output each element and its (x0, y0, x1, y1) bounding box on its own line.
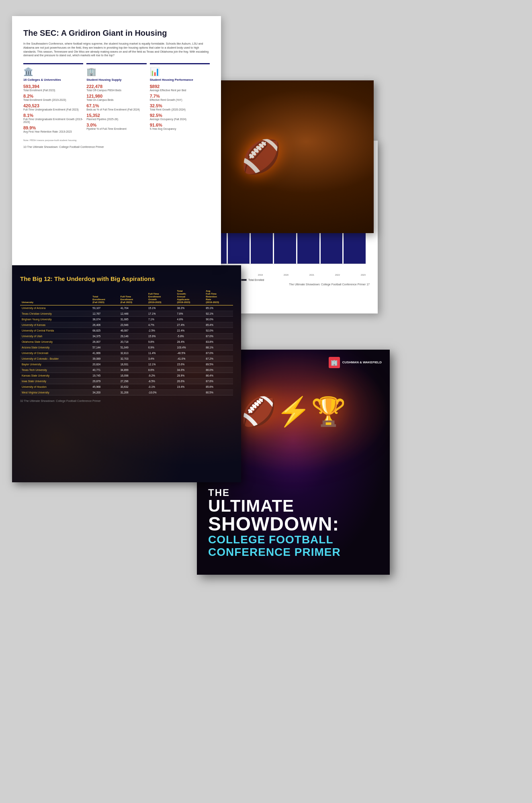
stat-fte: 420,523 (23, 103, 83, 108)
table-cell-14-2: 33,632 (119, 384, 147, 390)
table-cell-5-0: University of Utah (20, 334, 91, 339)
table-cell-7-3: 6.9% (147, 345, 176, 350)
table-cell-13-0: Iowa State University (20, 379, 91, 384)
stat-pipeline: 15,352 (86, 113, 146, 118)
table-cell-1-2: 12,448 (119, 311, 147, 317)
table-cell-14-5: 85.6% (204, 384, 233, 390)
x-2021: 2021 (309, 274, 314, 276)
table-row: University of Utah34,37529,14615.9%-5.8%… (20, 334, 233, 339)
x-2019: 2019 (258, 274, 263, 276)
table-cell-13-4: 26.0% (176, 379, 205, 384)
table-row: Baylor University20,82418,93112.1%15.0%8… (20, 362, 233, 367)
table-cell-3-1: 26,406 (91, 322, 119, 328)
stat-oncampus: 121,980 (86, 94, 146, 98)
x-2020: 2020 (284, 274, 289, 276)
table-cell-2-4: 4.8% (176, 317, 205, 322)
table-cell-1-3: 17.1% (147, 311, 176, 317)
table-cell-2-5: 90.0% (204, 317, 233, 322)
stat-growth-label: Total Enrollment Growth (2019-2023) (23, 98, 83, 101)
stat-5yr-occ-label: 5-Year Avg Occupancy (150, 127, 210, 130)
th-university: University (20, 289, 91, 305)
table-header-row: University TotalEnrollment(Fall 2023) Fu… (20, 289, 233, 305)
table-cell-13-1: 29,879 (91, 379, 119, 384)
big12-page-num: 32 The Ultimate Showdown: College Footba… (20, 399, 233, 402)
table-cell-10-2: 18,931 (119, 362, 147, 367)
stat-fte-label: Full-Time Undergraduate Enrollment (Fall… (23, 108, 83, 111)
stat-col-colleges: 🏛️ 16 Colleges & Universities 593,394 To… (23, 63, 83, 135)
table-cell-12-2: 16,098 (119, 373, 147, 379)
table-cell-4-5: 92.0% (204, 328, 233, 334)
cw-logo-icon: 🏢 (329, 357, 340, 368)
x-2023: 2023 (361, 274, 366, 276)
colleges-icon: 🏛️ (23, 67, 83, 76)
table-cell-2-1: 38,074 (91, 317, 119, 322)
table-cell-1-1: 12,767 (91, 311, 119, 317)
stat-growth: 8.2% (23, 94, 83, 98)
col2-title: Student Housing Supply (86, 78, 146, 82)
big12-table: University TotalEnrollment(Fall 2023) Fu… (20, 289, 233, 396)
legend-enrolled-label: Total Enrolled (248, 279, 264, 281)
legend-enrolled-color (241, 279, 247, 281)
table-cell-5-1: 34,375 (91, 334, 119, 339)
table-cell-2-3: 7.1% (147, 317, 176, 322)
table-cell-5-4: -5.8% (176, 334, 205, 339)
table-row: Brigham Young University38,07431,0857.1%… (20, 317, 233, 322)
cover-showdown: SHOWDOWN: (208, 514, 379, 534)
table-cell-0-1: 53,107 (91, 305, 119, 311)
table-cell-3-2: 23,946 (119, 322, 147, 328)
col1-title: 16 Colleges & Universities (23, 78, 83, 82)
table-cell-12-0: Kansas State University (20, 373, 91, 379)
table-cell-12-5: 86.4% (204, 373, 233, 379)
big12-table-body: University of Arizona53,10741,70415.1%38… (20, 305, 233, 395)
cover-ultimate: ULTIMATE (208, 498, 379, 514)
stat-enrollment-label: Total Enrollment (Fall 2023) (23, 89, 83, 92)
th-ft-enroll: Full-TimeEnrollment(Fall 2023) (119, 289, 147, 305)
table-row: West Virginia University34,20031,206-10.… (20, 390, 233, 395)
table-row: Kansas State University19,74516,098-9.2%… (20, 373, 233, 379)
table-cell-9-1: 39,089 (91, 356, 119, 362)
table-cell-9-4: -41.0% (176, 356, 205, 362)
table-cell-10-1: 20,824 (91, 362, 119, 367)
cover-subtitle2: CONFERENCE PRIMER (208, 546, 379, 559)
th-ft-growth: Full-TimeEnrollmentGrowth(2019-2023) (147, 289, 176, 305)
table-cell-6-3: 9.8% (147, 339, 176, 345)
table-cell-3-4: 27.4% (176, 322, 205, 328)
table-row: Texas Christian University12,76712,44817… (20, 311, 233, 317)
stat-enrollment: 593,394 (23, 84, 83, 89)
table-cell-12-1: 19,745 (91, 373, 119, 379)
sec-title: The SEC: A Gridiron Giant in Housing (23, 28, 210, 38)
th-retention: AvgFull-TimeRetentionRate(2019-2023) (204, 289, 233, 305)
table-cell-12-3: -9.2% (147, 373, 176, 379)
table-cell-13-5: 87.6% (204, 379, 233, 384)
table-cell-15-1: 34,200 (91, 390, 119, 395)
table-row: University of Arizona53,10741,70415.1%38… (20, 305, 233, 311)
stat-total-rent-label: Total Rent Growth (2020-2024) (150, 108, 210, 111)
sec-stats-row: 🏛️ 16 Colleges & Universities 593,394 To… (23, 63, 210, 135)
cover-text-area: THE ULTIMATE SHOWDOWN: COLLEGE FOOTBALL … (197, 488, 390, 559)
stat-occupancy-label: Average Occupancy (Fall 2024) (150, 118, 210, 121)
table-cell-10-0: Baylor University (20, 362, 91, 367)
table-cell-4-0: University of Central Florida (20, 328, 91, 334)
table-cell-10-3: 12.1% (147, 362, 176, 367)
table-cell-9-3: 3.4% (147, 356, 176, 362)
table-row: University of Kansas26,40623,9464.7%27.4… (20, 322, 233, 328)
table-row: University of Colorado - Boulder39,08932… (20, 356, 233, 362)
table-cell-7-4: 103.4% (176, 345, 205, 350)
stat-beds-pct-label: Beds as % of Full-Time Enrollment (Fall … (86, 108, 146, 111)
table-cell-14-0: University of Houston (20, 384, 91, 390)
table-cell-12-4: 28.9% (176, 373, 205, 379)
performance-icon: 📊 (150, 67, 210, 76)
stat-beds-pct: 67.1% (86, 103, 146, 108)
stat-fte-growth: 8.1% (23, 113, 83, 118)
stat-col-performance: 📊 Student Housing Performance $892 Avera… (150, 63, 210, 135)
table-cell-15-3: -10.0% (147, 390, 176, 395)
football-icon: 🏈 (241, 138, 281, 176)
stat-offcampus-label: Total Off-Campus PBSH Beds (86, 89, 146, 92)
table-cell-3-0: University of Kansas (20, 322, 91, 328)
stat-oncampus-label: Total On-Campus Beds (86, 98, 146, 101)
table-cell-2-0: Brigham Young University (20, 317, 91, 322)
table-cell-0-5: 85.1% (204, 305, 233, 311)
table-cell-5-2: 29,146 (119, 334, 147, 339)
table-cell-8-2: 32,813 (119, 350, 147, 356)
table-cell-11-1: 40,771 (91, 367, 119, 373)
